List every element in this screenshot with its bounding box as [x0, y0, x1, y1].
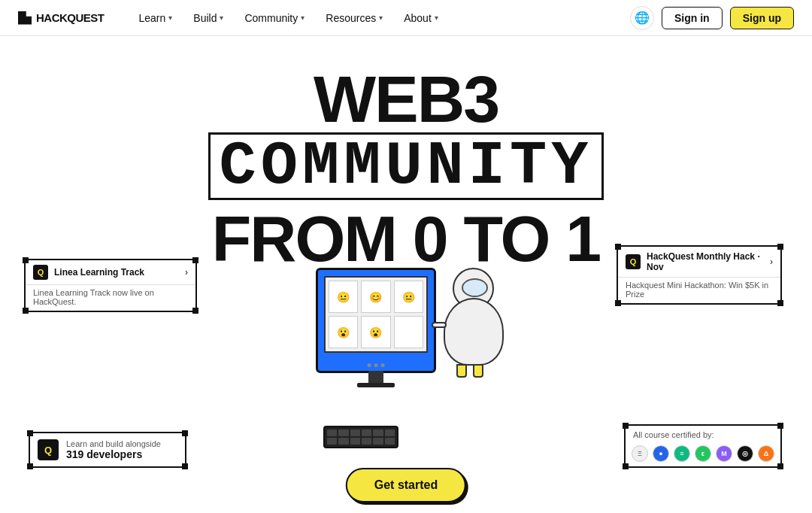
signup-button[interactable]: Sign up [730, 7, 794, 29]
nav-about[interactable]: About ▾ [393, 0, 449, 36]
main-content: WEB3 COMMUNITY FROM 0 TO 1 Q Linea Learn… [0, 36, 812, 513]
globe-icon: 🌐 [635, 11, 650, 25]
card-monthly-header: Q HackQuest Monthly Hack · Nov › [618, 247, 780, 278]
corner-tl [23, 257, 29, 263]
chevron-down-icon: ▾ [379, 14, 383, 22]
key-7 [327, 438, 337, 445]
card-monthly-icon: Q [626, 254, 641, 269]
learn-label: Learn and build alongside [66, 439, 161, 448]
emoji-4: 😮 [329, 316, 358, 348]
emoji-3: 😐 [394, 281, 423, 313]
cert-logo-eth: Ξ [632, 445, 648, 462]
hero-line1: WEB3 [0, 66, 812, 132]
corner-tl [615, 244, 621, 250]
key-2 [338, 430, 348, 436]
chevron-down-icon: ▾ [220, 14, 223, 22]
emoji-6 [394, 316, 423, 348]
corner-br [192, 308, 198, 314]
char-leg-left [456, 364, 467, 378]
char-body [444, 298, 504, 366]
certified-label: All course certified by: [626, 426, 780, 441]
card-linea-title: Linea Learning Track [54, 267, 179, 278]
dot-3 [381, 363, 385, 367]
key-9 [350, 438, 360, 445]
key-6 [385, 430, 395, 436]
learn-icon: Q [38, 439, 59, 460]
keyboard [323, 426, 398, 448]
hero-section: WEB3 COMMUNITY FROM 0 TO 1 [0, 36, 812, 271]
char-legs [456, 364, 483, 378]
corner-br [777, 463, 783, 469]
key-5 [373, 430, 383, 436]
logo-text: HACKQUEST [36, 11, 105, 24]
key-12 [385, 438, 395, 445]
nav-links: Learn ▾ Build ▾ Community ▾ Resources ▾ … [129, 0, 630, 36]
key-4 [362, 430, 371, 436]
character [444, 298, 504, 366]
corner-br [777, 300, 783, 306]
hero-line2: COMMUNITY [208, 132, 604, 200]
emoji-2: 😊 [361, 281, 390, 313]
card-linea-icon: Q [33, 265, 48, 280]
chevron-down-icon: ▾ [435, 14, 438, 22]
corner-bl [27, 463, 33, 469]
corner-tl [27, 430, 33, 436]
corner-tr [192, 257, 198, 263]
cert-logo-4: M [716, 445, 732, 462]
corner-tr [182, 430, 188, 436]
emoji-1: 😐 [329, 281, 358, 313]
card-linea: Q Linea Learning Track › Linea Learning … [24, 259, 197, 312]
nav-actions: 🌐 Sign in Sign up [630, 6, 794, 30]
cert-logo-3: ε [695, 445, 711, 462]
dot-2 [374, 363, 378, 367]
corner-tr [777, 423, 783, 429]
globe-button[interactable]: 🌐 [630, 6, 654, 30]
monitor: 😐 😊 😐 😮 😮 [316, 268, 436, 373]
card-monthly: Q HackQuest Monthly Hack · Nov › Hackque… [617, 245, 782, 305]
key-11 [373, 438, 383, 445]
key-1 [327, 430, 337, 436]
cert-logo-2: ≡ [674, 445, 690, 462]
corner-bl [23, 308, 29, 314]
monitor-screen: 😐 😊 😐 😮 😮 [324, 276, 428, 353]
card-learn-body: Q Learn and build alongside 319 develope… [30, 433, 185, 466]
key-8 [338, 438, 348, 445]
nav-learn[interactable]: Learn ▾ [129, 0, 183, 36]
arrow-icon: › [185, 267, 188, 278]
nav-resources[interactable]: Resources ▾ [315, 0, 393, 36]
nav-build[interactable]: Build ▾ [183, 0, 234, 36]
logo[interactable]: HACKQUEST [18, 11, 105, 25]
card-certified: All course certified by: Ξ ● ≡ ε M ◎ Δ [624, 424, 782, 468]
char-arm [432, 322, 447, 328]
key-10 [362, 438, 371, 445]
card-linea-header: Q Linea Learning Track › [26, 260, 195, 285]
learn-count: 319 developers [66, 448, 161, 460]
corner-bl [623, 463, 629, 469]
nav-community[interactable]: Community ▾ [234, 0, 315, 36]
dot-1 [368, 363, 371, 367]
corner-tr [777, 244, 783, 250]
card-monthly-title: HackQuest Monthly Hack · Nov [647, 251, 764, 272]
navbar: HACKQUEST Learn ▾ Build ▾ Community ▾ Re… [0, 0, 812, 36]
certified-logos: Ξ ● ≡ ε M ◎ Δ [626, 441, 780, 466]
signin-button[interactable]: Sign in [662, 7, 723, 29]
chevron-down-icon: ▾ [301, 14, 304, 22]
cert-logo-5: ◎ [737, 445, 753, 462]
get-started-button[interactable]: Get started [346, 468, 466, 502]
monitor-base [357, 383, 395, 387]
corner-bl [615, 300, 621, 306]
card-monthly-body: Hackquest Mini Hackathon: Win $5K in Pri… [618, 278, 780, 303]
emoji-5: 😮 [361, 316, 390, 348]
monitor-dots [368, 363, 385, 367]
cert-logo-6: Δ [758, 445, 774, 462]
char-visor [462, 278, 488, 297]
hero-illustration: 😐 😊 😐 😮 😮 [301, 253, 511, 456]
cert-logo-1: ● [653, 445, 669, 462]
card-learn: Q Learn and build alongside 319 develope… [29, 432, 186, 468]
corner-br [182, 463, 188, 469]
logo-icon [18, 11, 32, 25]
corner-tl [623, 423, 629, 429]
card-linea-body: Linea Learning Track now live on HackQue… [26, 285, 195, 311]
monitor-stand [368, 371, 383, 383]
arrow-icon: › [770, 256, 773, 267]
